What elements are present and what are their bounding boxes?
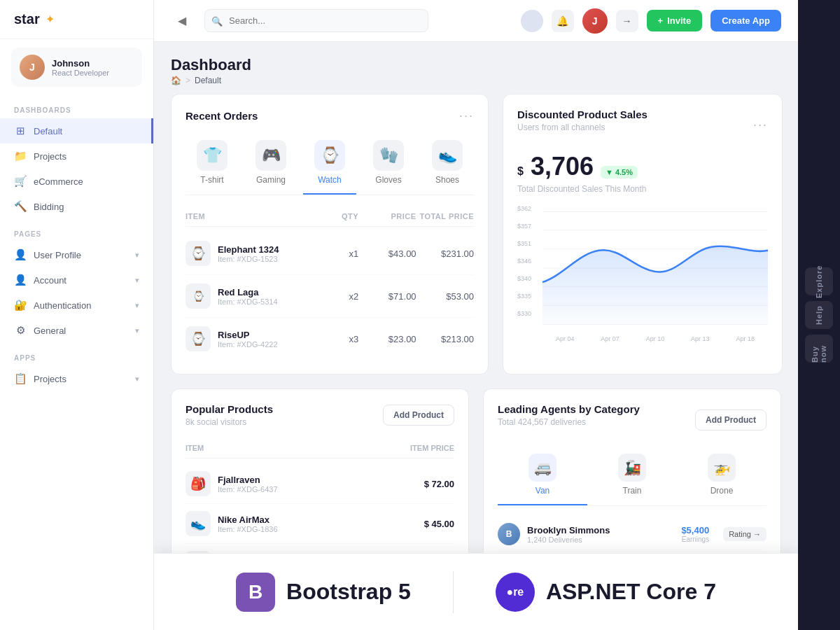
tab-gaming[interactable]: 🎮 Gaming [244, 134, 298, 195]
gloves-icon: 🧤 [373, 140, 404, 171]
invite-button[interactable]: + Invite [647, 10, 703, 31]
aspnet-icon: ●re [496, 573, 535, 612]
tab-shoes[interactable]: 👟 Shoes [421, 134, 474, 195]
help-button[interactable]: Help [805, 301, 833, 329]
add-product-button[interactable]: Add Product [383, 405, 454, 426]
products-table-header: ITEM ITEM PRICE [186, 438, 454, 458]
recent-orders-card: Recent Orders ··· 👕 T-shirt 🎮 Gaming [171, 94, 489, 374]
sales-title: Discounted Product Sales [517, 108, 648, 120]
chart-x-labels: Apr 04 Apr 07 Apr 10 Apr 13 Apr 18 [542, 335, 768, 342]
amount-label: Total Discounted Sales This Month [517, 184, 768, 194]
list-item: 👟 Nike AirMax Item: #XDG-1836 $ 45.00 [186, 504, 454, 544]
sidebar-item-user-profile[interactable]: 👤 User Profile ▾ [0, 242, 153, 267]
logo-star-icon: ✦ [46, 13, 55, 26]
train-icon: 🚂 [618, 454, 646, 482]
chevron-down-icon: ▾ [135, 374, 139, 384]
notification-button[interactable]: 🔔 [552, 10, 574, 32]
table-header: ITEM QTY PRICE TOTAL PRICE [186, 206, 474, 227]
shoes-icon: 👟 [432, 140, 463, 171]
hammer-icon: 🔨 [14, 200, 27, 213]
user-icon: 👤 [14, 248, 27, 261]
apps-label: APPS [0, 343, 153, 366]
sidebar-item-label: Projects [34, 151, 66, 162]
add-product-button-agents[interactable]: Add Product [695, 410, 766, 430]
card-header: Popular Products 8k social visitors Add … [186, 403, 454, 427]
sidebar-item-account[interactable]: 👤 Account ▾ [0, 267, 153, 293]
overlay-banner: B Bootstrap 5 ●re ASP.NET Core 7 [154, 553, 798, 630]
sidebar-item-ecommerce[interactable]: 🛒 eCommerce [0, 169, 153, 194]
dashboards-label: DASHBOARDS [0, 95, 153, 118]
sidebar-item-apps-projects[interactable]: 📋 Projects ▾ [0, 366, 153, 391]
tab-gloves[interactable]: 🧤 Gloves [362, 134, 415, 195]
table-row: ⌚ RiseUP Item: #XDG-4222 x3 $23.00 $213.… [186, 318, 474, 360]
agents-title: Leading Agents by Category [498, 403, 640, 415]
agents-subtitle: Total 424,567 deliveries [498, 417, 640, 427]
grid-icon: ⊞ [14, 125, 27, 137]
agent-stats: $5,400 Earnings [681, 525, 709, 543]
amount-value: 3,706 [531, 152, 594, 181]
card-header: Leading Agents by Category Total 424,567… [498, 403, 766, 437]
cart-icon: 🛒 [14, 175, 27, 188]
sidebar: star ✦ J Johnson React Developer DASHBOA… [0, 0, 154, 630]
plus-icon: + [658, 15, 664, 26]
tab-watch[interactable]: ⌚ Watch [303, 134, 356, 195]
tab-tshirt[interactable]: 👕 T-shirt [186, 134, 239, 195]
tab-drone[interactable]: 🚁 Drone [677, 448, 766, 505]
tab-van[interactable]: 🚐 Van [498, 448, 587, 505]
chart-canvas: Apr 04 Apr 07 Apr 10 Apr 13 Apr 18 [542, 205, 768, 331]
card-menu-button[interactable]: ··· [753, 118, 768, 132]
sales-amount: $ 3,706 ▼ 4.5% [517, 152, 768, 181]
discounted-sales-card: Discounted Product Sales Users from all … [503, 94, 783, 374]
topbar-right: 🔔 J → + Invite Create App [521, 8, 781, 34]
table-row: ⌚ Red Laga Item: #XDG-5314 x2 $71.00 $53… [186, 275, 474, 318]
sidebar-item-label: User Profile [34, 250, 81, 260]
chart-y-labels: $362 $357 $351 $346 $340 $335 $330 [517, 205, 542, 331]
product-price: $ 72.00 [365, 479, 454, 489]
user-profile-card[interactable]: J Johnson React Developer [11, 48, 142, 87]
search-input[interactable] [204, 9, 428, 32]
topbar-user-avatar[interactable]: J [582, 8, 608, 34]
bootstrap-icon: B [236, 573, 275, 612]
sidebar-item-label: Projects [34, 374, 66, 384]
gear-icon: ⚙ [14, 324, 27, 337]
page-header: Dashboard 🏠 > Default [154, 42, 798, 94]
aspnet-text: ASP.NET Core 7 [546, 579, 716, 605]
buy-now-button[interactable]: Buy now [805, 335, 833, 363]
rating-button[interactable]: Rating → [723, 527, 766, 541]
product-image: 👟 [186, 511, 211, 536]
sidebar-item-label: Authentication [34, 300, 91, 311]
aspnet-banner: ●re ASP.NET Core 7 [496, 573, 716, 612]
topbar: ◀ 🔍 🔔 J → + Invite Create App [154, 0, 798, 42]
lock-icon: 🔐 [14, 299, 27, 312]
content: Dashboard 🏠 > Default Recent Orders ··· [154, 42, 798, 630]
logo: star ✦ [0, 0, 153, 39]
popular-products-title: Popular Products [186, 403, 273, 415]
logo-text: star [14, 11, 40, 27]
sidebar-item-projects[interactable]: 📁 Projects [0, 144, 153, 169]
arrow-right-button[interactable]: → [616, 10, 638, 32]
card-header: Recent Orders ··· [186, 108, 474, 123]
create-app-button[interactable]: Create App [710, 10, 781, 31]
tab-train[interactable]: 🚂 Train [587, 448, 677, 505]
sidebar-item-default[interactable]: ⊞ Default [0, 118, 153, 144]
breadcrumb-sep: > [186, 76, 190, 85]
breadcrumb-current: Default [195, 76, 221, 85]
clipboard-icon: 📋 [14, 372, 27, 385]
chevron-down-icon: ▾ [135, 301, 139, 310]
card-header: Discounted Product Sales Users from all … [517, 108, 768, 141]
sidebar-item-label: Account [34, 275, 66, 286]
sidebar-item-bidding[interactable]: 🔨 Bidding [0, 194, 153, 219]
watch-icon: ⌚ [314, 140, 345, 171]
avatar: J [20, 55, 45, 80]
card-menu-button[interactable]: ··· [459, 108, 474, 123]
collapse-sidebar-button[interactable]: ◀ [171, 10, 193, 32]
user-info: Johnson React Developer [52, 58, 109, 77]
agent-avatar: B [498, 523, 520, 545]
explore-button[interactable]: Explore [805, 267, 833, 295]
sidebar-item-authentication[interactable]: 🔐 Authentication ▾ [0, 293, 153, 318]
sidebar-item-general[interactable]: ⚙ General ▾ [0, 318, 153, 343]
item-image: ⌚ [186, 284, 211, 309]
amount-badge: ▼ 4.5% [601, 166, 638, 178]
recent-orders-title: Recent Orders [186, 110, 258, 122]
sidebar-item-label: General [34, 326, 66, 336]
